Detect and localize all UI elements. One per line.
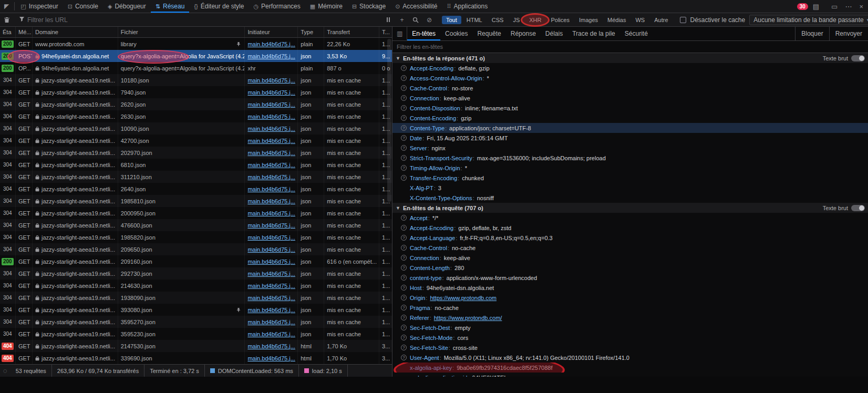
header-row[interactable]: ? Host: 94he6yatei-dsn.algolia.net [392,283,868,293]
throttling-select[interactable]: Aucune limitation de la bande passante ▾ [749,15,868,25]
request-row[interactable]: 304 GET jazzy-starlight-aeea19.netli... … [0,280,392,292]
type-filter-chip[interactable]: Médias [603,16,630,24]
initiator-link[interactable]: main.bd4b6d75.j... [247,126,295,132]
column-header[interactable]: T... [379,27,392,37]
detail-tab[interactable]: Requête [472,27,505,40]
initiator-link[interactable]: main.bd4b6d75.j... [247,295,295,301]
initiator-link[interactable]: main.bd4b6d75.j... [247,319,295,325]
column-header[interactable]: Domaine [33,27,118,37]
column-header[interactable]: Éta [0,27,16,37]
header-row[interactable]: ? content-type: application/x-www-form-u… [392,273,868,283]
header-row[interactable]: ? Content-Encoding: gzip [392,113,868,123]
header-row[interactable]: ? Connection: keep-alive [392,93,868,103]
request-row[interactable]: 304 GET jazzy-starlight-aeea19.netli... … [0,219,392,231]
header-row[interactable]: ? Server: nginx [392,143,868,153]
help-icon[interactable]: ? [401,335,407,340]
request-row[interactable]: 304 GET jazzy-starlight-aeea19.netli... … [0,86,392,98]
header-row[interactable]: ? Origin: https://www.protondb.com [392,293,868,303]
detail-tab[interactable]: En-têtes [407,27,440,40]
help-icon[interactable]: ? [401,355,407,360]
request-row[interactable]: 304 GET jazzy-starlight-aeea19.netli... … [0,110,392,122]
devtools-tab[interactable]: ⠿ Applications [442,0,492,13]
help-icon[interactable]: ? [401,225,407,231]
header-row[interactable]: ? X-Alg-PT: 3 [392,183,868,193]
initiator-link[interactable]: main.bd4b6d75.j... [247,283,295,289]
initiator-link[interactable]: main.bd4b6d75.j... [247,307,295,313]
request-row[interactable]: 200 POST 94he6yatei-dsn.algolia.net quer… [0,50,392,62]
close-devtools-icon[interactable]: × [856,3,866,11]
help-icon[interactable]: ? [401,145,407,151]
initiator-link[interactable]: main.bd4b6d75.j... [247,210,295,216]
initiator-link[interactable]: main.bd4b6d75.j... [247,89,295,96]
help-icon[interactable]: ? [401,85,407,91]
disable-cache-checkbox[interactable] [680,17,686,23]
type-filter-chip[interactable]: Polices [546,16,573,24]
initiator-link[interactable]: main.bd4b6d75.j... [247,331,295,337]
devtools-tab[interactable]: ⊙ Accessibilité [390,0,442,13]
headers-filter-input[interactable] [392,44,868,50]
devtools-tab[interactable]: ⊡ Console [63,0,103,13]
initiator-link[interactable]: main.bd4b6d75.j... [247,101,295,108]
meatball-menu-icon[interactable]: ⋯ [842,3,854,11]
request-row[interactable]: 304 GET jazzy-starlight-aeea19.netli... … [0,231,392,243]
initiator-link[interactable]: main.bd4b6d75.j... [247,41,295,47]
response-headers-section-header[interactable]: ▼ En-têtes de la réponse (471 o) Texte b… [392,53,868,63]
type-filter-chip[interactable]: JS [509,16,524,24]
raw-request-toggle[interactable] [851,205,865,211]
help-icon[interactable]: ? [401,245,407,251]
request-row[interactable]: 304 GET jazzy-starlight-aeea19.netli... … [0,195,392,207]
header-row[interactable]: ? Accept-Encoding: gzip, deflate, br, zs… [392,223,868,233]
search-icon[interactable] [409,13,422,26]
help-icon[interactable]: ? [401,95,407,101]
initiator-link[interactable]: xhr [247,65,255,71]
initiator-link[interactable]: main.bd4b6d75.j... [247,271,295,277]
column-header[interactable]: Fichier [118,27,245,37]
help-icon[interactable]: ? [401,295,407,301]
help-icon[interactable]: ? [401,235,407,241]
clear-requests-icon[interactable] [0,13,14,26]
block-button[interactable]: Bloquer [795,27,829,40]
help-icon[interactable]: ? [401,325,407,330]
type-filter-chip[interactable]: CSS [488,16,508,24]
help-icon[interactable]: ? [401,155,407,161]
header-row[interactable]: ? Connection: keep-alive [392,253,868,263]
raw-response-toggle[interactable] [851,55,865,61]
initiator-link[interactable]: main.bd4b6d75.j... [247,222,295,229]
header-row[interactable]: ? Timing-Allow-Origin: * [392,163,868,173]
column-header[interactable]: Mé... [16,27,33,37]
help-icon[interactable]: ? [401,215,407,221]
initiator-link[interactable]: main.bd4b6d75.j... [247,150,295,156]
initiator-link[interactable]: main.bd4b6d75.j... [247,138,295,144]
throbber-icon[interactable]: ◌ [0,367,11,375]
detail-tab[interactable]: Cookies [440,27,472,40]
initiator-link[interactable]: main.bd4b6d75.j... [247,77,295,84]
header-row[interactable]: ? Accept: */* [392,213,868,223]
request-row[interactable]: 404 GET jazzy-starlight-aeea19.netli... … [0,340,392,352]
request-headers-section-header[interactable]: ▼ En-têtes de la requête (707 o) Texte b… [392,203,868,213]
header-row[interactable]: ? Sec-Fetch-Mode: cors [392,333,868,343]
column-header[interactable]: Initiateur [245,27,298,37]
request-row[interactable]: 304 GET jazzy-starlight-aeea19.netli... … [0,292,392,304]
header-row[interactable]: ? User-Agent: Mozilla/5.0 (X11; Linux x8… [392,353,868,363]
header-row[interactable]: ? Cache-Control: no-cache [392,243,868,253]
split-console-icon[interactable]: ▤ [810,3,822,11]
help-icon[interactable]: ? [401,275,407,281]
initiator-link[interactable]: main.bd4b6d75.j... [247,258,295,265]
help-icon[interactable]: ? [401,265,407,271]
devtools-tab[interactable]: {} Éditeur de style [189,0,249,13]
initiator-link[interactable]: main.bd4b6d75.j... [247,186,295,192]
column-header[interactable]: Type [298,27,324,37]
request-row[interactable]: 200 OP... 94he6yatei-dsn.algolia.net que… [0,62,392,74]
devtools-tab[interactable]: ◷ Performances [249,0,305,13]
initiator-link[interactable]: main.bd4b6d75.j... [247,53,295,59]
help-icon[interactable]: ? [401,125,407,131]
help-icon[interactable]: ? [401,315,407,320]
type-filter-chip[interactable]: Images [575,16,602,24]
devtools-tab[interactable]: ⊟ Stockage [347,0,390,13]
initiator-link[interactable]: main.bd4b6d75.j... [247,162,295,168]
header-row[interactable]: ? Sec-Fetch-Site: cross-site [392,343,868,353]
panel-dock-icon[interactable]: ▥ [392,27,407,40]
header-row[interactable]: ? Strict-Transport-Security: max-age=315… [392,153,868,163]
request-row[interactable]: 304 GET jazzy-starlight-aeea19.netli... … [0,328,392,340]
header-row[interactable]: ? Content-Length: 280 [392,263,868,273]
